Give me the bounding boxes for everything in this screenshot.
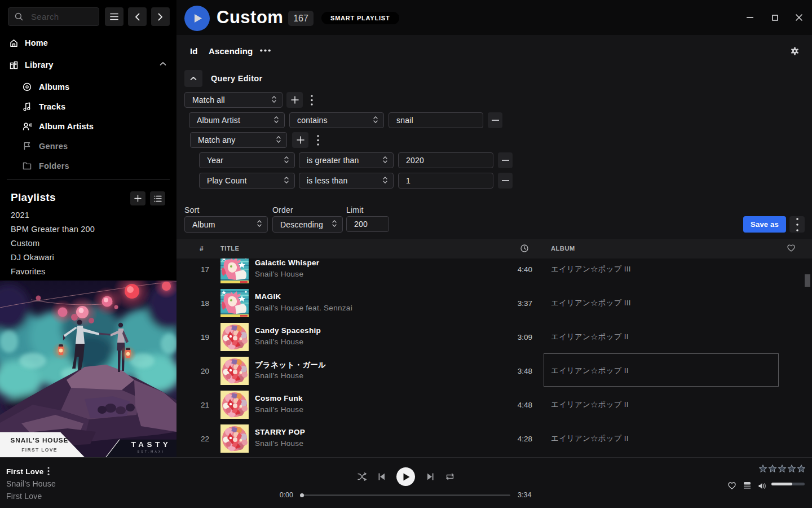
svg-text:TASTY: TASTY (131, 440, 171, 449)
svg-text:FIRST LOVE: FIRST LOVE (21, 447, 58, 453)
svg-text:BST.MAXI: BST.MAXI (138, 450, 165, 453)
svg-text:SNAIL’S HOUSE: SNAIL’S HOUSE (11, 436, 69, 444)
